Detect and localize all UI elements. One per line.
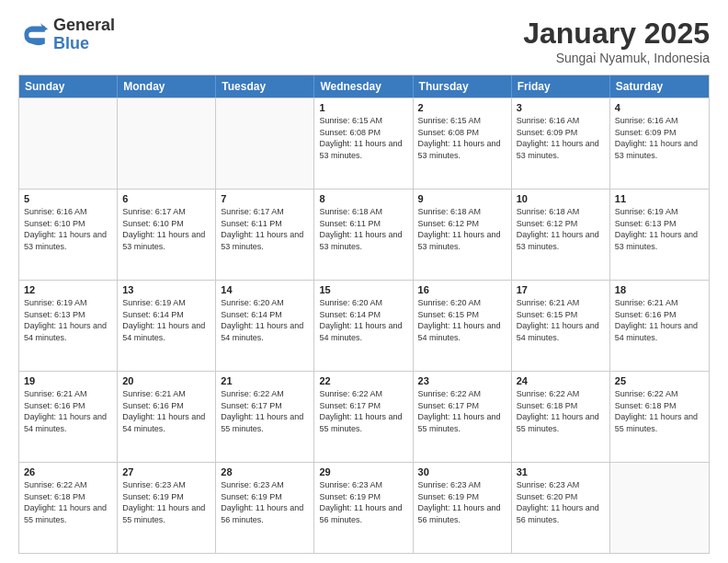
day-info: Sunrise: 6:23 AM Sunset: 6:19 PM Dayligh… xyxy=(221,479,309,525)
day-number: 31 xyxy=(517,466,605,477)
day-number: 16 xyxy=(418,284,506,295)
calendar-cell: 16Sunrise: 6:20 AM Sunset: 6:15 PM Dayli… xyxy=(414,281,512,371)
day-info: Sunrise: 6:19 AM Sunset: 6:13 PM Dayligh… xyxy=(615,206,704,252)
day-info: Sunrise: 6:19 AM Sunset: 6:13 PM Dayligh… xyxy=(24,297,112,343)
logo-general-text: General xyxy=(53,17,115,35)
calendar-body: 1Sunrise: 6:15 AM Sunset: 6:08 PM Daylig… xyxy=(19,98,709,553)
calendar-cell: 1Sunrise: 6:15 AM Sunset: 6:08 PM Daylig… xyxy=(314,98,413,189)
day-number: 11 xyxy=(615,193,704,204)
calendar-cell: 7Sunrise: 6:17 AM Sunset: 6:11 PM Daylig… xyxy=(216,190,314,280)
calendar-cell: 24Sunrise: 6:22 AM Sunset: 6:18 PM Dayli… xyxy=(512,372,610,462)
day-number: 2 xyxy=(418,102,506,113)
calendar-cell: 26Sunrise: 6:22 AM Sunset: 6:18 PM Dayli… xyxy=(19,463,118,553)
day-number: 4 xyxy=(615,102,704,113)
day-number: 18 xyxy=(615,284,704,295)
calendar-cell: 11Sunrise: 6:19 AM Sunset: 6:13 PM Dayli… xyxy=(610,190,709,280)
calendar-cell xyxy=(19,98,118,189)
calendar-row-0: 1Sunrise: 6:15 AM Sunset: 6:08 PM Daylig… xyxy=(19,98,709,189)
calendar-cell: 31Sunrise: 6:23 AM Sunset: 6:20 PM Dayli… xyxy=(512,463,610,553)
day-info: Sunrise: 6:22 AM Sunset: 6:17 PM Dayligh… xyxy=(418,388,506,434)
calendar-cell: 4Sunrise: 6:16 AM Sunset: 6:09 PM Daylig… xyxy=(610,98,709,189)
calendar-row-3: 19Sunrise: 6:21 AM Sunset: 6:16 PM Dayli… xyxy=(19,371,709,462)
day-number: 3 xyxy=(517,102,605,113)
calendar-cell: 25Sunrise: 6:22 AM Sunset: 6:18 PM Dayli… xyxy=(610,372,709,462)
day-number: 17 xyxy=(517,284,605,295)
day-number: 15 xyxy=(319,284,407,295)
day-info: Sunrise: 6:17 AM Sunset: 6:11 PM Dayligh… xyxy=(221,206,309,252)
calendar-cell: 21Sunrise: 6:22 AM Sunset: 6:17 PM Dayli… xyxy=(216,372,314,462)
day-info: Sunrise: 6:21 AM Sunset: 6:15 PM Dayligh… xyxy=(517,297,605,343)
day-number: 27 xyxy=(122,466,210,477)
day-number: 9 xyxy=(418,193,506,204)
month-title: January 2025 xyxy=(523,17,710,51)
calendar-cell: 12Sunrise: 6:19 AM Sunset: 6:13 PM Dayli… xyxy=(19,281,118,371)
day-info: Sunrise: 6:22 AM Sunset: 6:17 PM Dayligh… xyxy=(319,388,407,434)
calendar-cell xyxy=(118,98,216,189)
logo-blue-text: Blue xyxy=(53,35,115,53)
day-info: Sunrise: 6:22 AM Sunset: 6:17 PM Dayligh… xyxy=(221,388,309,434)
header-day-saturday: Saturday xyxy=(610,75,709,98)
calendar: SundayMondayTuesdayWednesdayThursdayFrid… xyxy=(18,75,710,554)
day-number: 29 xyxy=(319,466,407,477)
page: General Blue January 2025 Sungai Nyamuk,… xyxy=(0,0,728,563)
day-number: 7 xyxy=(221,193,309,204)
day-info: Sunrise: 6:16 AM Sunset: 6:09 PM Dayligh… xyxy=(615,115,704,161)
day-info: Sunrise: 6:17 AM Sunset: 6:10 PM Dayligh… xyxy=(122,206,210,252)
day-info: Sunrise: 6:23 AM Sunset: 6:19 PM Dayligh… xyxy=(418,479,506,525)
day-number: 5 xyxy=(24,193,112,204)
logo-text: General Blue xyxy=(53,17,115,53)
header-day-tuesday: Tuesday xyxy=(216,75,314,98)
calendar-cell: 22Sunrise: 6:22 AM Sunset: 6:17 PM Dayli… xyxy=(314,372,413,462)
calendar-cell: 5Sunrise: 6:16 AM Sunset: 6:10 PM Daylig… xyxy=(19,190,118,280)
day-number: 20 xyxy=(122,375,210,386)
day-info: Sunrise: 6:22 AM Sunset: 6:18 PM Dayligh… xyxy=(24,479,112,525)
day-info: Sunrise: 6:23 AM Sunset: 6:19 PM Dayligh… xyxy=(319,479,407,525)
day-info: Sunrise: 6:22 AM Sunset: 6:18 PM Dayligh… xyxy=(615,388,704,434)
header-day-monday: Monday xyxy=(118,75,216,98)
day-number: 10 xyxy=(517,193,605,204)
day-info: Sunrise: 6:21 AM Sunset: 6:16 PM Dayligh… xyxy=(122,388,210,434)
day-info: Sunrise: 6:23 AM Sunset: 6:19 PM Dayligh… xyxy=(122,479,210,525)
calendar-cell: 27Sunrise: 6:23 AM Sunset: 6:19 PM Dayli… xyxy=(118,463,216,553)
calendar-cell xyxy=(216,98,314,189)
day-number: 30 xyxy=(418,466,506,477)
calendar-cell: 30Sunrise: 6:23 AM Sunset: 6:19 PM Dayli… xyxy=(414,463,512,553)
day-info: Sunrise: 6:18 AM Sunset: 6:12 PM Dayligh… xyxy=(418,206,506,252)
day-info: Sunrise: 6:18 AM Sunset: 6:12 PM Dayligh… xyxy=(517,206,605,252)
day-info: Sunrise: 6:23 AM Sunset: 6:20 PM Dayligh… xyxy=(517,479,605,525)
day-number: 24 xyxy=(517,375,605,386)
day-number: 25 xyxy=(615,375,704,386)
day-number: 8 xyxy=(319,193,407,204)
calendar-cell xyxy=(610,463,709,553)
day-info: Sunrise: 6:22 AM Sunset: 6:18 PM Dayligh… xyxy=(517,388,605,434)
day-number: 14 xyxy=(221,284,309,295)
calendar-cell: 9Sunrise: 6:18 AM Sunset: 6:12 PM Daylig… xyxy=(414,190,512,280)
calendar-cell: 6Sunrise: 6:17 AM Sunset: 6:10 PM Daylig… xyxy=(118,190,216,280)
day-info: Sunrise: 6:18 AM Sunset: 6:11 PM Dayligh… xyxy=(319,206,407,252)
calendar-cell: 8Sunrise: 6:18 AM Sunset: 6:11 PM Daylig… xyxy=(314,190,413,280)
day-info: Sunrise: 6:15 AM Sunset: 6:08 PM Dayligh… xyxy=(418,115,506,161)
location-subtitle: Sungai Nyamuk, Indonesia xyxy=(523,51,710,65)
calendar-cell: 28Sunrise: 6:23 AM Sunset: 6:19 PM Dayli… xyxy=(216,463,314,553)
calendar-cell: 23Sunrise: 6:22 AM Sunset: 6:17 PM Dayli… xyxy=(414,372,512,462)
calendar-cell: 19Sunrise: 6:21 AM Sunset: 6:16 PM Dayli… xyxy=(19,372,118,462)
day-number: 1 xyxy=(319,102,407,113)
calendar-cell: 13Sunrise: 6:19 AM Sunset: 6:14 PM Dayli… xyxy=(118,281,216,371)
day-info: Sunrise: 6:20 AM Sunset: 6:15 PM Dayligh… xyxy=(418,297,506,343)
logo: General Blue xyxy=(18,17,115,53)
day-number: 28 xyxy=(221,466,309,477)
day-info: Sunrise: 6:16 AM Sunset: 6:10 PM Dayligh… xyxy=(24,206,112,252)
day-number: 21 xyxy=(221,375,309,386)
calendar-cell: 29Sunrise: 6:23 AM Sunset: 6:19 PM Dayli… xyxy=(314,463,413,553)
day-number: 12 xyxy=(24,284,112,295)
day-number: 26 xyxy=(24,466,112,477)
calendar-header: SundayMondayTuesdayWednesdayThursdayFrid… xyxy=(19,75,709,98)
day-info: Sunrise: 6:15 AM Sunset: 6:08 PM Dayligh… xyxy=(319,115,407,161)
calendar-row-2: 12Sunrise: 6:19 AM Sunset: 6:13 PM Dayli… xyxy=(19,280,709,371)
calendar-cell: 2Sunrise: 6:15 AM Sunset: 6:08 PM Daylig… xyxy=(414,98,512,189)
header-day-friday: Friday xyxy=(512,75,610,98)
calendar-cell: 15Sunrise: 6:20 AM Sunset: 6:14 PM Dayli… xyxy=(314,281,413,371)
calendar-cell: 20Sunrise: 6:21 AM Sunset: 6:16 PM Dayli… xyxy=(118,372,216,462)
header-day-thursday: Thursday xyxy=(414,75,512,98)
day-number: 13 xyxy=(122,284,210,295)
